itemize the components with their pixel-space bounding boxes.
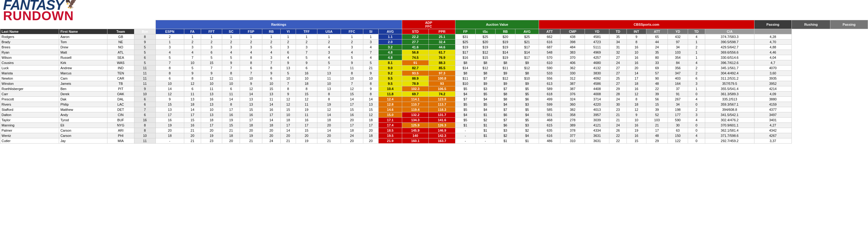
player-sc: 7 (222, 65, 240, 71)
player-sc: 18 (222, 133, 240, 138)
player-ca: 304.4/492.4 (705, 71, 754, 76)
player-team: DAL (107, 97, 134, 102)
player-fft: 11 (201, 86, 222, 92)
player-att2: 103 (646, 118, 668, 123)
player-espn: 1 (155, 39, 184, 45)
player-avg-a: $12 (516, 65, 539, 71)
player-rb: 16 (262, 107, 280, 112)
player-sc: 5 (222, 55, 240, 60)
player-rb-a: $9 (495, 71, 515, 76)
player-yd2: 84 (668, 60, 688, 65)
player-tff: 12 (296, 97, 317, 102)
player-td2: 1 (688, 55, 705, 60)
player-att: 618 (539, 92, 560, 97)
player-team: NYG (107, 123, 134, 128)
player-att2: 90 (646, 76, 668, 81)
player-ffc: 20 (341, 138, 363, 144)
player-att: 486 (539, 138, 560, 144)
player-ppr: 126.3 (429, 123, 456, 128)
player-td2: 0 (688, 102, 705, 107)
player-td: 27 (609, 65, 627, 71)
player-td: 27 (609, 55, 627, 60)
player-last-name: Manning (0, 123, 59, 128)
logo-header: FANTASY 🦅 RUNDOWN (0, 0, 868, 20)
player-ca: 357/579.5 (705, 81, 754, 86)
player-avg: 12.4 (379, 97, 402, 102)
player-ffc: 12 (341, 86, 363, 92)
player-yd: 4408 (585, 86, 609, 92)
player-ca2: 4070 (754, 65, 792, 71)
player-ca2: 3401 (754, 118, 792, 123)
player-cmp: 324 (560, 97, 585, 102)
player-first-name: Jay (59, 138, 107, 144)
player-yi: 1 (280, 34, 296, 39)
player-att: 599 (539, 102, 560, 107)
player-fsp: 17 (240, 118, 262, 123)
player-rb: 6 (262, 76, 280, 81)
player-td2: 4 (688, 133, 705, 138)
player-si: 18 (363, 133, 379, 138)
player-ppr: 61.7 (429, 50, 456, 55)
player-fa: 10 (184, 60, 201, 65)
player-first-name: Kirk (59, 60, 107, 65)
player-fp: $8 (456, 71, 475, 76)
player-rb-a: $19 (495, 55, 515, 60)
player-rb-a: $7 (495, 107, 515, 112)
player-rb-a: $7 (495, 86, 515, 92)
player-yd: 3957 (585, 112, 609, 118)
player-usa: 4 (317, 55, 341, 60)
player-rb: 9 (262, 71, 280, 76)
player-fa: 15 (184, 118, 201, 123)
player-int: 17 (626, 76, 646, 81)
player-first-name: Matthew (59, 107, 107, 112)
player-bye: 6 (134, 97, 155, 102)
player-last-name: Wentz (0, 133, 59, 138)
player-sc: 16 (222, 112, 240, 118)
player-std: 102.3 (402, 86, 429, 92)
player-first-name: Drew (59, 45, 107, 50)
player-espn: 8 (155, 65, 184, 71)
player-last-name: Stafford (0, 107, 59, 112)
player-rb-a: $20 (495, 34, 515, 39)
player-usa: 4 (317, 45, 341, 50)
player-ppr: 106.5 (429, 86, 456, 92)
player-fa: 5 (184, 65, 201, 71)
player-espn: 7 (155, 60, 184, 65)
player-att2: 29 (646, 138, 668, 144)
player-int: 16 (626, 123, 646, 128)
player-rb-a: $14 (495, 50, 515, 55)
player-bye: 6 (134, 112, 155, 118)
player-ca2: 4214 (754, 86, 792, 92)
table-row: Luck Andrew IND 11 8 5 7 7 6 8 13 6 7 11… (0, 65, 868, 71)
player-ca: 429.5/642.7 (705, 45, 754, 50)
player-rb-a: $6 (495, 123, 515, 128)
player-espn: 18 (155, 133, 184, 138)
player-ca: 390.5/598.7 (705, 39, 754, 45)
player-ffc: 11 (341, 65, 363, 71)
player-td: 22 (609, 133, 627, 138)
player-int: 9 (626, 34, 646, 39)
player-std: 110.7 (402, 102, 429, 107)
player-yd2: 150 (668, 133, 688, 138)
player-bye: 16 (134, 118, 155, 123)
player-yd: 4586 (585, 81, 609, 86)
col-fa: FA (184, 29, 201, 34)
player-sc: 11 (222, 92, 240, 97)
player-tff: 3 (296, 45, 317, 50)
section-passing: Passing (754, 20, 792, 29)
player-tsc: $19 (475, 45, 495, 50)
player-last-name: Cousins (0, 60, 59, 65)
player-usa: 5 (317, 60, 341, 65)
player-first-name: Carson (59, 128, 107, 133)
player-espn: 17 (155, 112, 184, 118)
player-bye: 11 (134, 138, 155, 144)
player-td: 26 (609, 128, 627, 133)
player-ffc: 16 (341, 112, 363, 118)
col-first-name: First Name (59, 29, 107, 34)
player-rb-a: $3 (495, 128, 515, 133)
player-td: 27 (609, 71, 627, 76)
player-tsc: $12 (475, 65, 495, 71)
player-avg: 2.0 (379, 39, 402, 45)
table-row: Prescott Dak DAL 6 9 13 16 14 13 11 12 1… (0, 97, 868, 102)
player-int: 8 (626, 39, 646, 45)
